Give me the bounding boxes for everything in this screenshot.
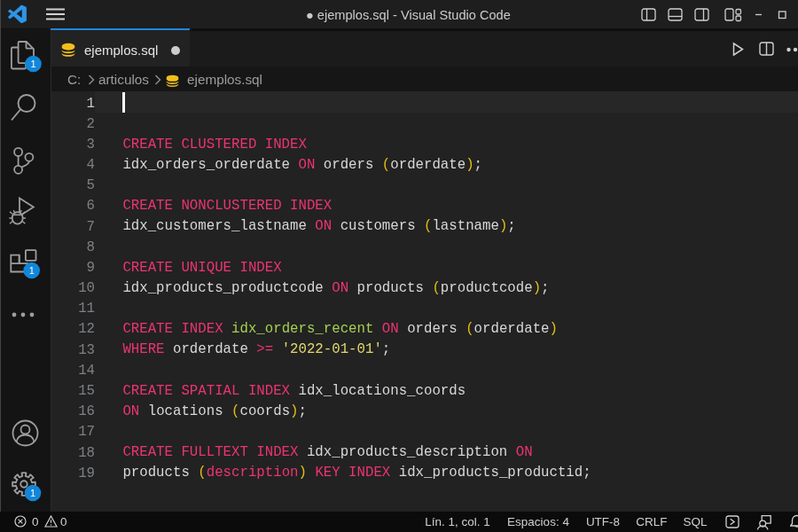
svg-text:1: 1: [29, 265, 35, 276]
svg-text:1: 1: [30, 488, 35, 498]
svg-text:1: 1: [30, 59, 35, 69]
